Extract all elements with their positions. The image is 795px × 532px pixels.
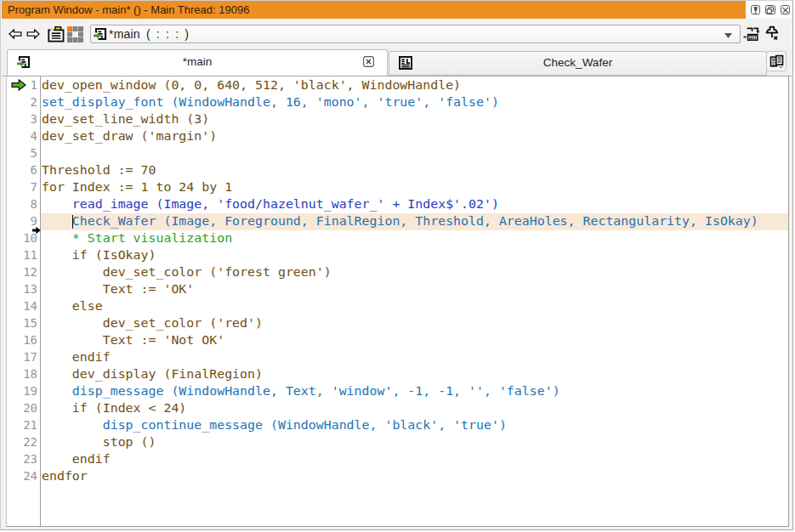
line-text: dev_display (FinalRegion) xyxy=(42,365,263,382)
code-line[interactable]: 13 Text := 'OK' xyxy=(7,281,788,298)
code-line[interactable]: 11 if (IsOkay) xyxy=(7,247,788,264)
line-text: if (Index < 24) xyxy=(42,399,186,416)
line-text: read_image (Image, 'food/hazelnut_wafer_… xyxy=(42,195,499,212)
forward-arrow-icon xyxy=(26,29,40,39)
line-number: 18 xyxy=(7,365,37,382)
line-number: 14 xyxy=(7,297,37,314)
line-text: set_display_font (WindowHandle, 16, 'mon… xyxy=(42,93,499,110)
code-line[interactable]: 3dev_set_line_width (3) xyxy=(7,111,788,128)
code-line[interactable]: 16 Text := 'Not OK' xyxy=(7,332,788,349)
line-number: 24 xyxy=(7,467,37,484)
tab-main-label: *main xyxy=(8,55,387,68)
line-text: stop () xyxy=(42,433,156,450)
line-number: 5 xyxy=(7,144,37,161)
line-text: Text := 'Not OK' xyxy=(42,331,224,348)
code-line[interactable]: 10 * Start visualization xyxy=(7,230,788,247)
line-number: 23 xyxy=(7,450,37,467)
combo-dropdown-icon xyxy=(724,33,732,38)
procedure-combo-value: *main ( : : : ) xyxy=(107,27,189,41)
float-window-button[interactable] xyxy=(765,5,775,15)
grid-button[interactable] xyxy=(67,26,83,42)
tab-main[interactable]: *main xyxy=(7,49,388,76)
line-text: Threshold := 70 xyxy=(42,161,156,178)
program-window: Program Window - main* () - Main Thread:… xyxy=(0,0,793,530)
line-number: 7 xyxy=(7,178,37,195)
line-number: 15 xyxy=(7,314,37,331)
code-line[interactable]: 9 Check_Wafer (Image, Foreground, FinalR… xyxy=(7,213,788,230)
pin-button[interactable] xyxy=(751,5,761,15)
code-line[interactable]: 8 read_image (Image, 'food/hazelnut_wafe… xyxy=(7,196,788,213)
line-text: Check_Wafer (Image, Foreground, FinalReg… xyxy=(42,212,758,229)
tab-close-button[interactable] xyxy=(363,55,374,71)
line-number: 21 xyxy=(7,416,37,433)
back-arrow-icon xyxy=(9,29,22,39)
code-lines: 1dev_open_window (0, 0, 640, 512, 'black… xyxy=(7,77,788,485)
text-caret xyxy=(72,215,74,229)
tab-list-icon xyxy=(769,54,784,69)
line-number: 8 xyxy=(7,195,37,212)
procedure-combobox[interactable]: *main ( : : : ) xyxy=(90,25,741,43)
title-controls xyxy=(746,1,792,19)
line-text: if (IsOkay) xyxy=(42,246,156,263)
code-line[interactable]: 6Threshold := 70 xyxy=(7,162,788,179)
line-number: 16 xyxy=(7,331,37,348)
line-number: 6 xyxy=(7,161,37,178)
code-line[interactable]: 18 dev_display (FinalRegion) xyxy=(7,366,788,383)
tab-check-wafer[interactable]: Check_Wafer xyxy=(389,51,767,76)
edit-in-window-icon xyxy=(743,25,762,42)
code-line[interactable]: 17 endif xyxy=(7,349,788,366)
code-line[interactable]: 12 dev_set_color ('forest green') xyxy=(7,264,788,281)
open-in-editor-button[interactable] xyxy=(743,25,762,42)
main-procedure-icon xyxy=(94,27,107,41)
line-number: 19 xyxy=(7,382,37,399)
line-text: endif xyxy=(42,450,111,467)
line-text: endif xyxy=(42,348,111,365)
line-text: endfor xyxy=(42,467,88,484)
code-line[interactable]: 19 disp_message (WindowHandle, Text, 'wi… xyxy=(7,383,788,400)
insert-cursor-icon xyxy=(32,226,41,235)
line-number: 17 xyxy=(7,348,37,365)
close-tab-icon xyxy=(363,56,374,67)
line-number: 22 xyxy=(7,433,37,450)
line-text: else xyxy=(42,297,103,314)
grid-icon xyxy=(67,26,83,42)
tab-check-wafer-label: Check_Wafer xyxy=(389,56,766,69)
code-line[interactable]: 21 disp_continue_message (WindowHandle, … xyxy=(7,417,788,434)
operator-window-button[interactable] xyxy=(48,25,65,42)
code-editor[interactable]: 1dev_open_window (0, 0, 640, 512, 'black… xyxy=(6,76,789,527)
code-line[interactable]: 24endfor xyxy=(7,468,788,485)
unpin-button[interactable] xyxy=(764,25,781,42)
code-line[interactable]: 23 endif xyxy=(7,451,788,468)
toolbar: *main ( : : : ) xyxy=(2,19,792,48)
code-line[interactable]: 14 else xyxy=(7,298,788,315)
line-text: dev_set_draw ('margin') xyxy=(42,127,217,144)
line-text: disp_message (WindowHandle, Text, 'windo… xyxy=(42,382,560,399)
line-text: for Index := 1 to 24 by 1 xyxy=(42,178,232,195)
back-button[interactable] xyxy=(9,29,22,39)
line-number: 4 xyxy=(7,127,37,144)
line-number: 13 xyxy=(7,280,37,297)
code-line[interactable]: 2set_display_font (WindowHandle, 16, 'mo… xyxy=(7,94,788,111)
code-line[interactable]: 4dev_set_draw ('margin') xyxy=(7,128,788,145)
code-line[interactable]: 15 dev_set_color ('red') xyxy=(7,315,788,332)
pin-icon xyxy=(752,6,760,14)
line-number: 11 xyxy=(7,246,37,263)
pin-x-icon xyxy=(764,25,781,42)
code-line[interactable]: 22 stop () xyxy=(7,434,788,451)
close-window-button[interactable] xyxy=(781,5,791,15)
code-line[interactable]: 1dev_open_window (0, 0, 640, 512, 'black… xyxy=(7,77,788,94)
code-line[interactable]: 20 if (Index < 24) xyxy=(7,400,788,417)
title-bar[interactable]: Program Window - main* () - Main Thread:… xyxy=(2,1,747,19)
code-line[interactable]: 7for Index := 1 to 24 by 1 xyxy=(7,179,788,196)
tab-bar: *main Check_Wafer xyxy=(2,48,792,76)
window-with-tab-icon xyxy=(48,25,65,42)
line-text: dev_set_color ('forest green') xyxy=(42,263,332,280)
code-line[interactable]: 5 xyxy=(7,145,788,162)
float-windows-icon xyxy=(766,6,775,14)
program-counter-icon xyxy=(11,79,26,91)
line-text: Text := 'OK' xyxy=(42,280,194,297)
tab-list-button[interactable] xyxy=(766,51,786,71)
line-text: dev_open_window (0, 0, 640, 512, 'black'… xyxy=(42,76,461,93)
line-number: 3 xyxy=(7,110,37,127)
forward-button[interactable] xyxy=(26,29,40,39)
